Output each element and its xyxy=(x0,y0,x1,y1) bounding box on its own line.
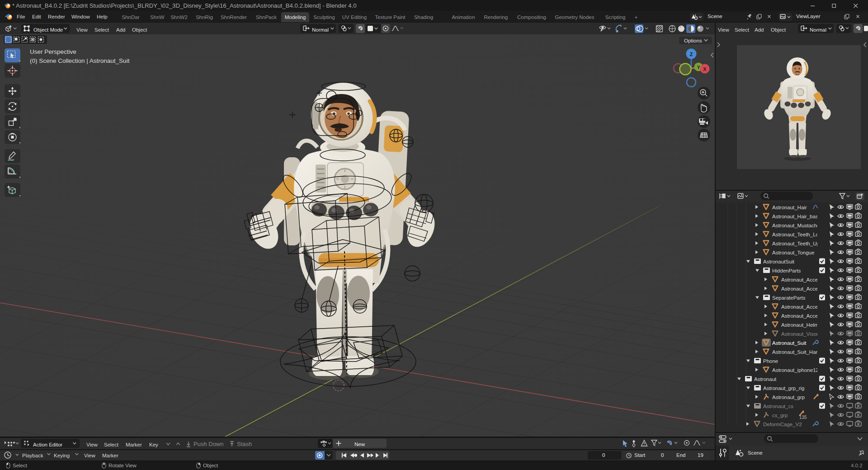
svg-text:(0) Scene Collection | Astrona: (0) Scene Collection | Astronaut_Suit xyxy=(30,57,130,64)
svg-text:cs_grp: cs_grp xyxy=(772,413,788,418)
svg-text:Astronaut_Hair_base: Astronaut_Hair_base xyxy=(772,214,821,219)
svg-text:Push Down: Push Down xyxy=(193,441,223,447)
svg-text:Phone: Phone xyxy=(763,358,778,364)
svg-text:Astronaut_Hair: Astronaut_Hair xyxy=(772,205,807,210)
svg-text:Options: Options xyxy=(684,38,702,43)
svg-text:Select: Select xyxy=(13,463,28,468)
svg-text:DeformCage_V2: DeformCage_V2 xyxy=(763,422,802,427)
svg-text:Astronaut_Suit_Hand: Astronaut_Suit_Hand xyxy=(772,349,821,355)
svg-text:Astronaut_Tongue: Astronaut_Tongue xyxy=(772,250,814,255)
svg-text:Astronaut_Visor: Astronaut_Visor xyxy=(781,331,818,337)
svg-text:Astronaut_Teeth_Up: Astronaut_Teeth_Up xyxy=(772,241,820,246)
svg-text:AstronautSuit: AstronautSuit xyxy=(763,259,795,264)
svg-text:Astronaut_Helm: Astronaut_Helm xyxy=(781,322,818,328)
svg-text:Astronaut_Acces: Astronaut_Acces xyxy=(781,304,821,310)
svg-text:Astronaut_grp_rig: Astronaut_grp_rig xyxy=(763,385,804,391)
svg-text:Rotate View: Rotate View xyxy=(108,463,137,468)
svg-text:Object: Object xyxy=(203,463,218,468)
svg-text:Astronaut_Acces: Astronaut_Acces xyxy=(781,286,821,291)
svg-text:X: X xyxy=(703,66,707,72)
svg-text:SeparateParts: SeparateParts xyxy=(772,295,806,301)
svg-text:Z: Z xyxy=(690,52,693,57)
svg-text:User Perspective: User Perspective xyxy=(30,48,76,55)
svg-text:Astronaut_Mustache: Astronaut_Mustache xyxy=(772,223,820,228)
svg-text:Astronaut_Acces: Astronaut_Acces xyxy=(781,277,821,282)
svg-text:Astronaut_grp: Astronaut_grp xyxy=(772,395,805,400)
svg-text:Astronaut_Suit: Astronaut_Suit xyxy=(772,340,807,346)
svg-text:135: 135 xyxy=(799,415,807,420)
svg-text:Astronaut_cs: Astronaut_cs xyxy=(763,404,793,409)
svg-text:Y: Y xyxy=(697,65,700,70)
svg-text:HiddenParts: HiddenParts xyxy=(772,268,801,273)
svg-text:Astronaut_Teeth_Lo: Astronaut_Teeth_Lo xyxy=(772,232,819,237)
svg-text:Astronaut_iphone12: Astronaut_iphone12 xyxy=(772,367,819,373)
svg-text:Astronaut: Astronaut xyxy=(754,376,777,382)
svg-text:Astronaut_Acces: Astronaut_Acces xyxy=(781,313,821,319)
svg-text:Stash: Stash xyxy=(237,441,252,447)
